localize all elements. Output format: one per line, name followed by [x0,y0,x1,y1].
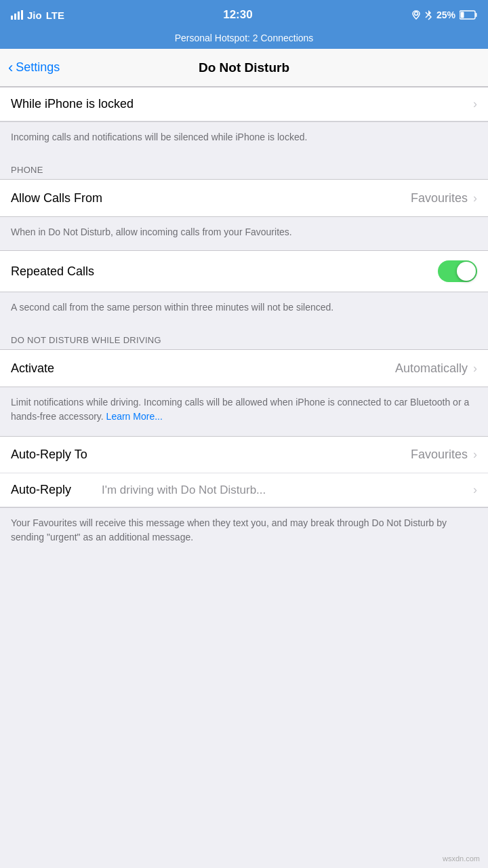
svg-rect-3 [21,10,23,20]
activate-desc-text: Limit notifications while driving. Incom… [11,397,469,422]
watermark: wsxdn.com [443,854,480,863]
location-icon [411,10,421,20]
silence-desc-text: Incoming calls and notifications will be… [11,132,307,142]
auto-reply-value: I'm driving with Do Not Disturb... [102,484,468,497]
allow-calls-from-label: Allow Calls From [11,191,102,205]
allow-calls-from-row[interactable]: Allow Calls From Favourites › [0,180,488,216]
activate-label: Activate [11,361,54,376]
back-button[interactable]: ‹ Settings [8,60,60,75]
status-time: 12:30 [223,8,252,22]
allow-calls-desc-block: When in Do Not Disturb, allow incoming c… [0,217,488,250]
phone-section-header: PHONE [0,155,488,179]
allow-calls-desc-text: When in Do Not Disturb, allow incoming c… [11,226,292,237]
activate-value: Automatically [395,361,468,376]
allow-calls-from-value: Favourites [411,191,468,205]
carrier-name: Jio [27,9,42,21]
repeated-calls-label: Repeated Calls [11,264,94,279]
silence-desc-block: Incoming calls and notifications will be… [0,122,488,155]
auto-reply-desc-text: Your Favourites will receive this messag… [11,517,447,542]
signal-icon [11,10,23,20]
hotspot-text: Personal Hotspot: 2 Connections [175,33,314,43]
learn-more-link[interactable]: Learn More... [106,411,163,422]
auto-reply-to-value: Favourites [411,448,468,462]
bluetooth-icon [425,9,432,20]
auto-reply-label: Auto-Reply [11,483,92,497]
allow-calls-from-value-container: Favourites › [411,191,477,205]
repeated-calls-desc-block: A second call from the same person withi… [0,292,488,326]
while-locked-chevron-icon: › [473,97,477,111]
auto-reply-to-chevron-icon: › [473,448,477,462]
back-chevron-icon: ‹ [8,60,13,75]
toggle-thumb [457,262,476,281]
nav-bar: ‹ Settings Do Not Disturb [0,49,488,87]
status-icons: 25% [411,9,477,20]
hotspot-bar: Personal Hotspot: 2 Connections [0,30,488,49]
auto-reply-row[interactable]: Auto-Reply I'm driving with Do Not Distu… [0,473,488,507]
activate-chevron-icon: › [473,361,477,376]
back-label: Settings [16,60,60,75]
auto-reply-to-row[interactable]: Auto-Reply To Favourites › [0,437,488,473]
page-title: Do Not Disturb [199,60,289,75]
activate-value-container: Automatically › [395,361,477,376]
svg-rect-1 [14,14,16,20]
auto-reply-desc-block: Your Favourites will receive this messag… [0,508,488,555]
repeated-calls-toggle[interactable] [438,260,477,282]
driving-section-header: DO NOT DISTURB WHILE DRIVING [0,326,488,349]
while-locked-label: While iPhone is locked [11,97,134,111]
auto-reply-chevron-icon: › [473,483,477,497]
svg-rect-2 [18,12,20,20]
allow-calls-chevron-icon: › [473,191,477,205]
auto-reply-to-value-container: Favourites › [411,448,477,462]
svg-rect-0 [11,16,13,20]
auto-reply-to-label: Auto-Reply To [11,448,87,462]
svg-rect-7 [460,12,464,18]
battery-icon [460,10,477,20]
status-bar: Jio LTE 12:30 25% [0,0,488,30]
svg-point-4 [414,12,418,16]
while-locked-row[interactable]: While iPhone is locked › [0,87,488,121]
network-type: LTE [46,9,64,21]
battery-percent: 25% [436,9,455,20]
activate-desc-block: Limit notifications while driving. Incom… [0,387,488,435]
activate-row[interactable]: Activate Automatically › [0,350,488,387]
repeated-calls-row[interactable]: Repeated Calls [0,251,488,292]
svg-rect-6 [475,13,476,17]
repeated-calls-desc-text: A second call from the same person withi… [11,302,333,313]
status-carrier: Jio LTE [11,9,64,21]
